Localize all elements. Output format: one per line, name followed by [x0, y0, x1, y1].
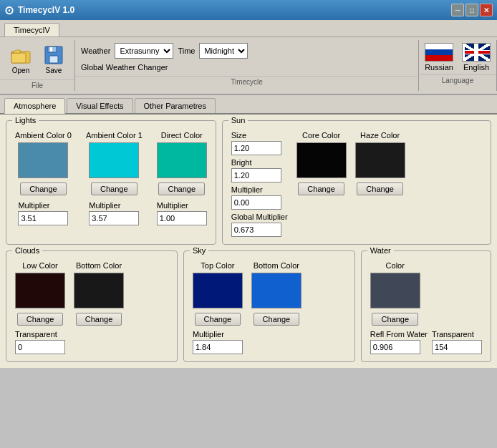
- water-color-box: [370, 273, 420, 308]
- sun-bright-input[interactable]: [231, 168, 281, 182]
- toolbar: Open Save File Weather: [0, 37, 497, 95]
- water-color-label: Color: [386, 261, 405, 270]
- sky-multiplier-input[interactable]: [193, 340, 243, 354]
- app-icon: ⊙: [4, 4, 14, 17]
- ambient-color-0-multiplier-input[interactable]: [18, 211, 68, 225]
- clouds-panel: Clouds Low Color Change Bottom Color Cha…: [6, 250, 178, 362]
- haze-color-box: [355, 142, 405, 178]
- water-colors: Color Change: [370, 257, 482, 326]
- save-button[interactable]: Save: [39, 43, 69, 77]
- water-title: Water: [367, 246, 394, 255]
- tab-visual-effects[interactable]: Visual Effects: [67, 98, 132, 113]
- direct-color-multiplier-label: Multiplier: [157, 201, 207, 210]
- ambient-color-1-change[interactable]: Change: [91, 182, 137, 195]
- sky-panel: Sky Top Color Change Bottom Color Change…: [183, 250, 355, 362]
- sun-title: Sun: [228, 116, 248, 125]
- ambient-color-0-change[interactable]: Change: [20, 182, 67, 195]
- clouds-colors: Low Color Change Bottom Color Change: [15, 257, 168, 326]
- language-section-label: Language: [419, 74, 496, 86]
- core-color-swatch: Core Color Change: [296, 131, 347, 237]
- language-section: Russian English Language: [419, 40, 497, 91]
- russian-lang-button[interactable]: Russian: [425, 43, 453, 72]
- svg-rect-4: [49, 56, 58, 63]
- english-lang-button[interactable]: English: [462, 43, 491, 72]
- open-icon: [9, 45, 32, 65]
- sky-top-color-box: [193, 273, 243, 308]
- sun-size-input[interactable]: [231, 141, 281, 155]
- ambient-color-0-box: [18, 142, 68, 178]
- close-button[interactable]: ✕: [480, 4, 493, 16]
- sky-bottom-color-swatch: Bottom Color Change: [251, 261, 301, 326]
- clouds-bottom-color-swatch: Bottom Color Change: [74, 261, 124, 326]
- russian-flag: [425, 43, 453, 62]
- russian-label: Russian: [425, 63, 453, 72]
- sun-panel: Sun Size Bright Multiplier: [222, 120, 491, 245]
- top-section: Lights Ambient Color 0 Change Multiplier…: [6, 120, 491, 245]
- clouds-low-color-label: Low Color: [22, 261, 58, 270]
- sky-multiplier-label: Multiplier: [193, 330, 243, 339]
- water-refl-input[interactable]: [370, 340, 420, 354]
- clouds-transparent-input[interactable]: [15, 340, 65, 354]
- gwc-label: Global Weather Changer: [81, 62, 168, 73]
- lights-title: Lights: [12, 116, 39, 125]
- sky-bottom-color-change[interactable]: Change: [254, 313, 300, 326]
- timecycle-section-label: Timecycle: [75, 76, 418, 87]
- sun-bright-label: Bright: [231, 158, 288, 167]
- sky-top-color-change[interactable]: Change: [195, 313, 241, 326]
- direct-color-swatch: Direct Color Change Multiplier: [157, 131, 207, 225]
- water-transparent-input[interactable]: [432, 340, 482, 354]
- weather-label: Weather: [81, 47, 110, 55]
- sun-multiplier-input[interactable]: [231, 195, 281, 210]
- haze-color-change[interactable]: Change: [357, 182, 403, 195]
- english-label: English: [463, 63, 489, 72]
- ambient-color-1-swatch: Ambient Color 1 Change Multiplier: [86, 131, 143, 225]
- lights-row: Ambient Color 0 Change Multiplier Ambien…: [15, 127, 207, 225]
- time-select[interactable]: Midnight: [199, 43, 248, 59]
- ambient-color-1-label: Ambient Color 1: [86, 131, 143, 140]
- tab-other-parametres[interactable]: Other Parametres: [135, 98, 216, 113]
- water-transparent-label: Transparent: [432, 330, 482, 339]
- direct-color-multiplier-input[interactable]: [157, 211, 207, 225]
- sky-bottom-color-box: [251, 273, 301, 308]
- water-panel: Water Color Change Refl From Water Trans…: [361, 250, 491, 362]
- sky-title: Sky: [190, 246, 208, 255]
- water-color-change[interactable]: Change: [372, 313, 418, 326]
- ambient-color-1-box: [89, 142, 139, 178]
- title-bar: ⊙ TimecycIV 1.0 ─ □ ✕: [0, 0, 497, 20]
- core-color-label: Core Color: [302, 131, 340, 140]
- direct-color-box: [157, 142, 207, 178]
- chrome-tab-bar: TimecycIV: [0, 20, 497, 37]
- weather-select[interactable]: Extrasunny: [115, 43, 173, 59]
- maximize-button[interactable]: □: [465, 4, 478, 16]
- english-flag: [462, 43, 491, 62]
- core-color-change[interactable]: Change: [298, 182, 344, 195]
- clouds-transparent-label: Transparent: [15, 330, 65, 339]
- chrome-tab-timecyciv[interactable]: TimecycIV: [4, 23, 59, 36]
- lights-panel: Lights Ambient Color 0 Change Multiplier…: [6, 120, 216, 245]
- open-button[interactable]: Open: [6, 43, 36, 77]
- sun-global-multiplier-input[interactable]: [231, 223, 281, 237]
- ambient-color-0-label: Ambient Color 0: [15, 131, 72, 140]
- svg-rect-1: [11, 53, 26, 63]
- sky-bottom-color-label: Bottom Color: [254, 261, 299, 270]
- sun-size-label: Size: [231, 131, 288, 140]
- file-section: Open Save File: [0, 40, 75, 91]
- clouds-bottom-color-change[interactable]: Change: [76, 313, 122, 326]
- haze-color-label: Haze Color: [360, 131, 400, 140]
- haze-color-swatch: Haze Color Change: [355, 131, 405, 237]
- time-label: Time: [178, 47, 195, 55]
- direct-color-change[interactable]: Change: [158, 182, 205, 195]
- save-icon: [42, 45, 65, 65]
- timecycle-section: Weather Extrasunny Time Midnight Global …: [75, 40, 419, 91]
- clouds-low-color-box: [15, 273, 65, 308]
- ambient-color-1-multiplier-input[interactable]: [89, 211, 139, 225]
- direct-color-label: Direct Color: [161, 131, 203, 140]
- bottom-panels: Clouds Low Color Change Bottom Color Cha…: [6, 250, 491, 362]
- clouds-low-color-change[interactable]: Change: [17, 313, 64, 326]
- tab-atmosphere[interactable]: Atmosphere: [4, 98, 65, 114]
- sun-global-multiplier-label: Global Multiplier: [231, 213, 288, 221]
- sun-multiplier-label: Multiplier: [231, 185, 288, 194]
- minimize-button[interactable]: ─: [451, 4, 464, 16]
- core-color-box: [296, 142, 347, 178]
- tab-strip: Atmosphere Visual Effects Other Parametr…: [0, 95, 497, 115]
